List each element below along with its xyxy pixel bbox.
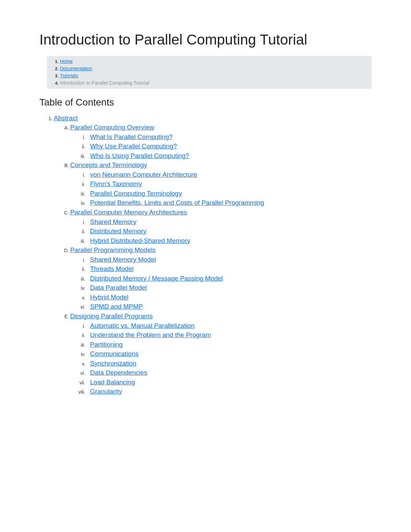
toc-section-link[interactable]: Parallel Computer Memory Architectures [70,209,187,216]
toc-item-link[interactable]: Flynn's Taxonomy [87,179,142,189]
toc-link-abstract[interactable]: Abstract [54,114,78,122]
toc-item-link[interactable]: Distributed Memory / Message Passing Mod… [87,274,223,283]
toc-item: Partitioning [87,340,372,349]
toc-section-link[interactable]: Parallel Programming Models [70,246,155,253]
toc-item-link[interactable]: Granularity [87,387,122,396]
toc-item-link[interactable]: Data Dependencies [87,368,147,378]
toc-item: Threads Model [87,264,372,274]
toc-item: Parallel Computing Terminology [87,189,372,198]
toc-section-link[interactable]: Parallel Computing Overview [70,124,154,131]
toc-item: Flynn's Taxonomy [87,179,372,189]
toc-section-link[interactable]: Concepts and Terminology [70,161,147,169]
toc-item-link[interactable]: Potential Benefits, Limits and Costs of … [87,198,264,208]
toc-item-link[interactable]: Communications [87,349,139,359]
toc-root-list: Abstract Parallel Computing OverviewWhat… [39,113,372,396]
toc-subsection-list: von Neumann Computer ArchitectureFlynn's… [70,170,372,208]
toc-heading: Table of Contents [39,97,372,108]
breadcrumb-item: Tutorials [60,72,368,79]
toc-item: Communications [87,349,372,359]
toc-item: Shared Memory [87,217,372,227]
toc-section: Designing Parallel ProgramsAutomatic vs.… [70,311,372,396]
toc-section: Concepts and Terminologyvon Neumann Comp… [70,160,372,208]
toc-item: Distributed Memory [87,226,372,236]
toc-item-link[interactable]: SPMD and MPMP [87,302,143,311]
toc-item: Why Use Parallel Computing? [87,141,372,151]
toc-section: Parallel Computing OverviewWhat Is Paral… [70,123,372,160]
toc-item-link[interactable]: Threads Model [87,264,134,274]
breadcrumb-link[interactable]: Documentation [60,66,92,71]
toc-item: SPMD and MPMP [87,302,372,311]
toc-item: Granularity [87,387,372,396]
breadcrumb-current: Introduction to Parallel Computing Tutor… [60,80,149,86]
breadcrumb-link[interactable]: Tutorials [60,73,78,78]
toc-item: Understand the Problem and the Program [87,330,372,340]
toc-item-link[interactable]: Who Is Using Parallel Computing? [87,151,189,161]
breadcrumb-item: Introduction to Parallel Computing Tutor… [60,79,368,87]
breadcrumb-item: Documentation [60,65,368,72]
toc-item-link[interactable]: Automatic vs. Manual Parallelization [87,321,195,331]
toc-item-link[interactable]: What Is Parallel Computing? [87,132,173,142]
toc-item: Hybrid Model [87,293,372,302]
toc-item-link[interactable]: Shared Memory Model [87,255,156,264]
toc-item-link[interactable]: Hybrid Model [87,293,128,302]
toc-item-link[interactable]: Load Balancing [87,378,135,387]
toc-subsection-list: What Is Parallel Computing?Why Use Paral… [70,132,372,161]
toc-section-link[interactable]: Designing Parallel Programs [70,312,153,320]
toc-item: Potential Benefits, Limits and Costs of … [87,198,372,208]
breadcrumb-link[interactable]: Home [60,59,73,64]
toc-item-link[interactable]: Shared Memory [87,217,136,227]
toc-item-link[interactable]: Parallel Computing Terminology [87,189,182,198]
toc-item: Hybrid Distributed-Shared Memory [87,236,372,246]
toc-item: Shared Memory Model [87,255,372,264]
toc-item-link[interactable]: Distributed Memory [87,226,147,236]
toc-subsection-list: Automatic vs. Manual ParallelizationUnde… [70,321,372,396]
toc-item: Distributed Memory / Message Passing Mod… [87,274,372,283]
toc-item-link[interactable]: Synchronization [87,359,136,368]
toc-item: What Is Parallel Computing? [87,132,372,142]
toc-item-link[interactable]: Partitioning [87,340,123,349]
toc-item-link[interactable]: von Neumann Computer Architecture [87,170,197,180]
toc-subsection-list: Shared Memory ModelThreads ModelDistribu… [70,255,372,311]
page-title: Introduction to Parallel Computing Tutor… [39,31,372,49]
toc-section: Parallel Computer Memory ArchitecturesSh… [70,208,372,245]
toc-item: Data Parallel Model [87,283,372,293]
toc-item: Load Balancing [87,378,372,387]
toc-item: Data Dependencies [87,368,372,378]
toc-section: Parallel Programming ModelsShared Memory… [70,245,372,311]
toc-item-link[interactable]: Data Parallel Model [87,283,147,293]
toc-item: Automatic vs. Manual Parallelization [87,321,372,331]
toc-item-link[interactable]: Why Use Parallel Computing? [87,141,177,151]
toc-item-link[interactable]: Understand the Problem and the Program [87,330,211,340]
toc-root-item: Abstract Parallel Computing OverviewWhat… [54,113,372,396]
toc-item: von Neumann Computer Architecture [87,170,372,180]
breadcrumb-item: Home [60,58,368,65]
toc-item: Synchronization [87,359,372,368]
toc-item: Who Is Using Parallel Computing? [87,151,372,161]
breadcrumb: HomeDocumentationTutorialsIntroduction t… [47,56,372,89]
toc-subsection-list: Shared MemoryDistributed MemoryHybrid Di… [70,217,372,246]
toc-item-link[interactable]: Hybrid Distributed-Shared Memory [87,236,190,246]
